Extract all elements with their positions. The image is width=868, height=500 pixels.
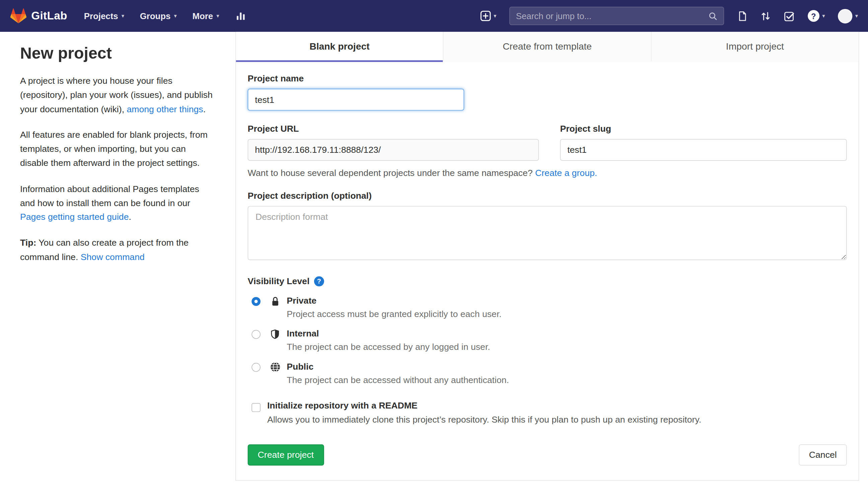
search-icon	[708, 11, 717, 21]
nav-more-label: More	[192, 11, 213, 21]
chevron-down-icon: ▾	[121, 13, 124, 19]
pages-guide-link[interactable]: Pages getting started guide	[20, 212, 129, 221]
merge-requests-icon	[760, 10, 771, 21]
nav-projects[interactable]: Projects ▾	[84, 11, 124, 21]
tab-blank-project[interactable]: Blank project	[236, 32, 443, 62]
tab-create-from-template[interactable]: Create from template	[443, 32, 651, 62]
globe-icon	[270, 362, 280, 372]
brand-name: GitLab	[31, 9, 67, 22]
sidebar-paragraph-1: A project is where you house your files …	[20, 74, 215, 116]
visibility-option-private: Private Project access must be granted e…	[248, 295, 847, 321]
lock-icon	[270, 296, 280, 307]
project-url-field: Project URL	[248, 124, 539, 161]
readme-label[interactable]: Initialize repository with a README	[267, 401, 701, 411]
top-navbar: GitLab Projects ▾ Groups ▾ More ▾	[0, 0, 868, 32]
visibility-option-desc: Project access must be granted explicitl…	[287, 308, 501, 320]
chevron-down-icon: ▾	[822, 13, 825, 19]
main-content: New project A project is where you house…	[0, 32, 868, 481]
nav-merge-requests-button[interactable]	[760, 10, 771, 21]
sidebar-paragraph-2: All features are enabled for blank proje…	[20, 128, 215, 170]
project-slug-label: Project slug	[560, 124, 847, 134]
project-name-label: Project name	[248, 74, 847, 84]
sidebar-paragraph-3: Information about additional Pages templ…	[20, 182, 215, 224]
among-other-things-link[interactable]: among other things	[127, 104, 203, 114]
new-project-sidebar: New project A project is where you house…	[0, 32, 235, 276]
visibility-option-name: Internal	[287, 328, 490, 340]
nav-projects-label: Projects	[84, 11, 118, 21]
tip-label: Tip:	[20, 238, 36, 247]
private-radio[interactable]	[251, 297, 260, 306]
new-project-form: Project name Project URL Project slug Wa…	[236, 62, 859, 480]
visibility-header: Visibility Level ?	[248, 276, 847, 286]
page: GitLab Projects ▾ Groups ▾ More ▾	[0, 0, 868, 500]
nav-analytics-button[interactable]	[235, 11, 246, 21]
search-input[interactable]	[516, 11, 708, 21]
create-project-button[interactable]: Create project	[248, 445, 324, 466]
hint-text: Want to house several dependent projects…	[248, 168, 535, 177]
create-a-group-link[interactable]: Create a group.	[535, 168, 597, 177]
readme-row: Initialize repository with a README Allo…	[248, 401, 847, 426]
form-actions: Create project Cancel	[248, 445, 847, 466]
visibility-option-desc: The project can be accessed by any logge…	[287, 341, 490, 353]
project-slug-field: Project slug	[560, 124, 847, 161]
nav-issues-button[interactable]	[737, 10, 748, 21]
search-box	[509, 7, 724, 25]
project-description-textarea[interactable]	[248, 206, 847, 260]
plus-square-icon	[480, 11, 491, 21]
nav-more[interactable]: More ▾	[192, 11, 219, 21]
show-command-link[interactable]: Show command	[81, 252, 145, 261]
nav-user-menu[interactable]: ▾	[838, 9, 858, 23]
chevron-down-icon: ▾	[174, 13, 176, 19]
visibility-help-icon[interactable]: ?	[314, 276, 324, 286]
readme-desc: Allows you to immediately clone this pro…	[267, 413, 701, 426]
project-tabs: Blank project Create from template Impor…	[236, 32, 859, 62]
project-slug-input[interactable]	[560, 139, 847, 161]
avatar	[838, 9, 852, 23]
public-radio[interactable]	[251, 363, 260, 372]
nav-new-menu[interactable]: ▾	[480, 11, 496, 21]
bar-chart-icon	[235, 11, 246, 21]
navbar-right: ▾	[480, 7, 858, 25]
nav-todos-button[interactable]	[784, 10, 795, 21]
namespace-hint: Want to house several dependent projects…	[248, 168, 847, 178]
help-icon: ?	[808, 10, 819, 22]
chevron-down-icon: ▾	[216, 13, 219, 19]
chevron-down-icon: ▾	[855, 13, 858, 19]
url-slug-row: Project URL Project slug	[248, 124, 847, 161]
nav-groups-label: Groups	[140, 11, 171, 21]
sidebar-tip: Tip: You can also create a project from …	[20, 236, 215, 264]
visibility-option-name: Public	[287, 361, 509, 373]
tab-import-project[interactable]: Import project	[651, 32, 858, 62]
page-title: New project	[20, 44, 215, 62]
visibility-level-label: Visibility Level	[248, 276, 310, 286]
gitlab-logo-icon	[10, 8, 27, 24]
nav-groups[interactable]: Groups ▾	[140, 11, 177, 21]
visibility-option-internal: Internal The project can be accessed by …	[248, 328, 847, 354]
internal-radio[interactable]	[251, 330, 260, 339]
visibility-option-name: Private	[287, 295, 501, 307]
gitlab-brand-link[interactable]: GitLab	[10, 8, 67, 24]
project-url-input[interactable]	[248, 139, 539, 161]
shield-icon	[271, 329, 280, 340]
project-name-input[interactable]	[248, 89, 464, 111]
cancel-button[interactable]: Cancel	[799, 445, 847, 466]
chevron-down-icon: ▾	[494, 13, 496, 19]
visibility-option-desc: The project can be accessed without any …	[287, 374, 509, 386]
nav-help-menu[interactable]: ? ▾	[808, 10, 825, 22]
new-project-panel: Blank project Create from template Impor…	[235, 32, 859, 481]
todo-check-icon	[784, 10, 795, 21]
project-description-label: Project description (optional)	[248, 191, 847, 201]
project-url-label: Project URL	[248, 124, 539, 134]
paragraph-text: .	[129, 212, 131, 221]
visibility-option-public: Public The project can be accessed witho…	[248, 361, 847, 386]
paragraph-text: Information about additional Pages templ…	[20, 184, 199, 207]
issues-icon	[737, 10, 748, 21]
paragraph-text: .	[203, 104, 206, 114]
readme-checkbox[interactable]	[251, 403, 260, 412]
